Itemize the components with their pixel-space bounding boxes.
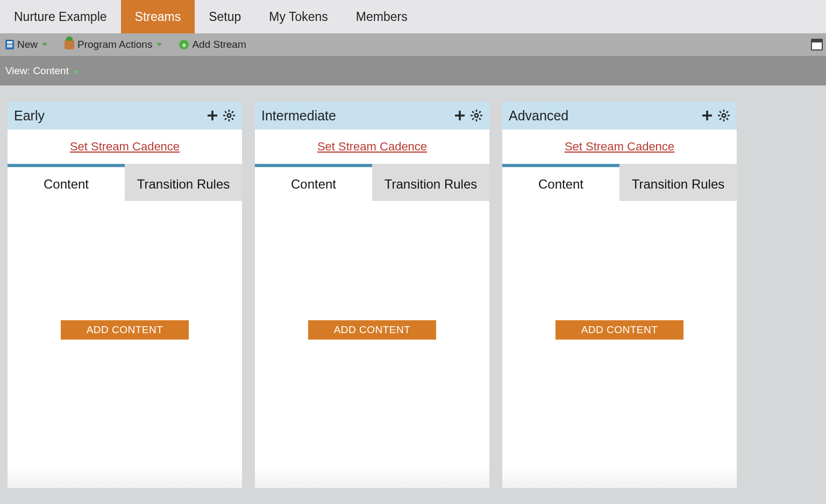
subtab-transition-rules[interactable]: Transition Rules [125, 164, 242, 201]
stream-header: Early [8, 102, 242, 129]
tab-label: My Tokens [269, 10, 328, 24]
subtab-transition-rules[interactable]: Transition Rules [620, 164, 737, 201]
add-content-button[interactable]: ADD CONTENT [61, 320, 189, 340]
view-bar: View: Content [0, 56, 826, 85]
set-cadence-link[interactable]: Set Stream Cadence [70, 140, 180, 154]
stream-subtabs: Content Transition Rules [502, 164, 737, 201]
add-content-button[interactable]: ADD CONTENT [308, 320, 436, 340]
plus-circle-icon: + [179, 40, 189, 49]
program-icon [65, 40, 74, 49]
subtab-label: Transition Rules [137, 177, 230, 192]
stream-card: Advanced Set Stream Cadence Content Tran… [502, 102, 737, 488]
new-menu[interactable]: New [5, 39, 47, 51]
svg-line-15 [479, 118, 481, 120]
tab-setup[interactable]: Setup [195, 0, 255, 33]
stream-content-area: ADD CONTENT [8, 201, 242, 488]
stream-subtabs: Content Transition Rules [255, 164, 489, 201]
chevron-down-icon [73, 71, 79, 74]
gear-icon[interactable] [223, 109, 236, 122]
svg-point-18 [722, 114, 725, 117]
svg-line-14 [472, 111, 474, 113]
stream-subtabs: Content Transition Rules [8, 164, 242, 201]
add-stream-label: Add Stream [192, 39, 246, 51]
program-actions-label: Program Actions [77, 39, 152, 51]
svg-line-24 [727, 118, 728, 120]
svg-point-0 [227, 114, 231, 117]
subtab-content[interactable]: Content [255, 164, 372, 201]
view-selector[interactable]: View: Content [5, 65, 79, 77]
svg-line-7 [225, 118, 226, 120]
stream-header: Intermediate [255, 102, 489, 129]
streams-container: Early Set Stream Cadence Content Transit… [0, 85, 826, 504]
folder-icon [5, 40, 14, 49]
subtab-label: Transition Rules [632, 177, 725, 192]
svg-line-8 [232, 111, 233, 113]
view-label: View: Content [5, 65, 69, 76]
tab-members[interactable]: Members [342, 0, 422, 33]
stream-title: Advanced [509, 108, 568, 124]
stream-content-area: ADD CONTENT [502, 201, 737, 488]
cadence-row: Set Stream Cadence [255, 129, 489, 164]
tab-label: Setup [209, 10, 241, 24]
subtab-label: Content [538, 177, 583, 192]
tab-label: Streams [135, 10, 181, 24]
svg-line-23 [720, 111, 721, 113]
plus-icon[interactable] [206, 110, 218, 121]
svg-line-25 [720, 118, 721, 120]
subtab-content[interactable]: Content [8, 164, 125, 201]
gear-icon[interactable] [717, 109, 730, 122]
svg-line-5 [225, 111, 226, 113]
program-actions-menu[interactable]: Program Actions [65, 39, 162, 51]
chevron-down-icon [42, 43, 47, 46]
main-tabs: Nurture Example Streams Setup My Tokens … [0, 0, 826, 33]
subtab-label: Content [291, 177, 336, 192]
stream-title: Early [14, 108, 45, 124]
stream-card: Early Set Stream Cadence Content Transit… [8, 102, 242, 488]
subtab-content[interactable]: Content [502, 164, 620, 201]
set-cadence-link[interactable]: Set Stream Cadence [565, 140, 674, 154]
svg-line-16 [472, 118, 474, 120]
stream-content-area: ADD CONTENT [255, 201, 489, 488]
add-stream-button[interactable]: + Add Stream [179, 39, 246, 51]
subtab-transition-rules[interactable]: Transition Rules [372, 164, 489, 201]
cadence-row: Set Stream Cadence [8, 129, 242, 164]
svg-line-6 [232, 118, 233, 120]
svg-point-9 [475, 114, 478, 117]
toolbar: New Program Actions + Add Stream [0, 33, 826, 56]
stream-title: Intermediate [261, 108, 336, 124]
plus-icon[interactable] [454, 110, 466, 121]
gear-icon[interactable] [470, 109, 483, 122]
tab-label: Members [356, 10, 408, 24]
chevron-down-icon [156, 43, 162, 46]
cadence-row: Set Stream Cadence [502, 129, 737, 164]
stream-header: Advanced [502, 102, 737, 129]
set-cadence-link[interactable]: Set Stream Cadence [317, 140, 427, 154]
new-label: New [17, 39, 38, 51]
svg-line-17 [479, 111, 481, 113]
add-content-button[interactable]: ADD CONTENT [556, 320, 683, 340]
tab-label: Nurture Example [14, 10, 107, 24]
tab-streams[interactable]: Streams [121, 0, 195, 33]
subtab-label: Transition Rules [384, 177, 478, 192]
plus-icon[interactable] [701, 110, 713, 121]
tab-my-tokens[interactable]: My Tokens [255, 0, 342, 33]
svg-line-26 [727, 111, 728, 113]
tab-nurture-example[interactable]: Nurture Example [0, 0, 121, 33]
subtab-label: Content [44, 177, 89, 192]
stream-card: Intermediate Set Stream Cadence Content … [255, 102, 489, 488]
calendar-icon[interactable] [811, 39, 823, 51]
